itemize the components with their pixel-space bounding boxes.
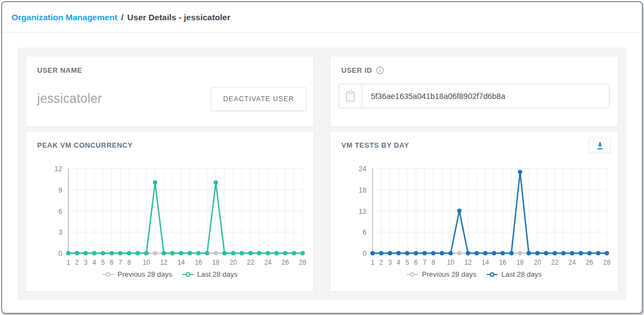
svg-text:1: 1 (67, 259, 70, 266)
legend-marker-icon (406, 272, 418, 277)
legend-marker-icon (102, 272, 114, 277)
svg-text:14: 14 (178, 259, 185, 266)
legend-label: Last 28 days (197, 270, 238, 278)
user-id-card: USER ID (330, 56, 618, 127)
vm-tests-by-day-title: VM TESTS BY DAY (341, 141, 409, 149)
user-name-card: USER NAME jessicatoler DEACTIVATE USER (26, 56, 314, 127)
svg-text:6: 6 (110, 259, 114, 266)
svg-text:7: 7 (423, 259, 427, 266)
svg-text:12: 12 (464, 259, 472, 266)
download-chart-button[interactable] (589, 138, 611, 153)
user-id-input[interactable] (362, 84, 609, 108)
svg-text:24: 24 (569, 259, 576, 266)
svg-text:2: 2 (75, 259, 79, 266)
svg-text:12: 12 (55, 165, 62, 173)
svg-text:7: 7 (119, 259, 122, 266)
download-icon (596, 142, 604, 150)
vm-tests-by-day-chart: 061218241234567810121416182022242628 (330, 160, 616, 269)
clipboard-icon (345, 90, 356, 102)
legend-item: Previous 28 days (102, 270, 172, 278)
svg-text:14: 14 (482, 259, 489, 266)
svg-text:6: 6 (363, 228, 367, 236)
page-title: User Details - jessicatoler (127, 13, 231, 22)
svg-text:8: 8 (127, 259, 131, 266)
user-id-label: USER ID (341, 66, 384, 74)
svg-text:8: 8 (432, 259, 435, 266)
legend-label: Previous 28 days (422, 270, 476, 278)
breadcrumb: Organization Management / User Details -… (2, 2, 642, 33)
svg-text:18: 18 (359, 186, 367, 194)
svg-text:4: 4 (92, 259, 96, 266)
svg-text:20: 20 (229, 259, 237, 266)
svg-text:12: 12 (359, 207, 367, 215)
legend-label: Last 28 days (501, 270, 542, 278)
svg-text:10: 10 (447, 259, 454, 266)
svg-text:18: 18 (212, 259, 220, 266)
info-icon[interactable] (376, 66, 384, 74)
svg-text:22: 22 (247, 259, 255, 266)
svg-text:3: 3 (388, 259, 392, 266)
vm-tests-by-day-card: VM TESTS BY DAY 061218241234567810121416… (330, 131, 618, 292)
legend-marker-icon (486, 272, 498, 277)
svg-text:3: 3 (58, 228, 62, 236)
breadcrumb-separator: / (117, 13, 127, 22)
peak-vm-concurrency-chart: 0369121234567810121416182022242628 (26, 160, 312, 269)
peak-vm-concurrency-card: PEAK VM CONCURRENCY 03691212345678101214… (26, 131, 314, 292)
svg-text:0: 0 (363, 249, 367, 258)
svg-text:6: 6 (58, 207, 62, 215)
svg-text:24: 24 (264, 259, 272, 266)
deactivate-user-button[interactable]: DEACTIVATE USER (211, 87, 306, 111)
svg-text:2: 2 (380, 259, 383, 266)
app-window: Organization Management / User Details -… (1, 1, 643, 314)
svg-text:3: 3 (84, 259, 87, 266)
vm-tests-by-day-legend: Previous 28 daysLast 28 days (330, 270, 618, 278)
svg-text:24: 24 (359, 165, 367, 173)
svg-text:28: 28 (603, 259, 611, 266)
svg-text:4: 4 (397, 259, 400, 266)
svg-text:16: 16 (499, 259, 507, 266)
svg-text:18: 18 (516, 259, 524, 266)
svg-text:16: 16 (195, 259, 203, 266)
svg-text:5: 5 (101, 259, 105, 266)
legend-label: Previous 28 days (117, 270, 172, 278)
copy-to-clipboard-button[interactable] (339, 84, 362, 108)
user-name-value: jessicatoler (37, 91, 102, 106)
breadcrumb-link[interactable]: Organization Management (11, 13, 117, 22)
svg-text:28: 28 (299, 259, 306, 266)
legend-item: Last 28 days (182, 270, 238, 278)
peak-vm-concurrency-legend: Previous 28 daysLast 28 days (26, 270, 314, 278)
svg-text:1: 1 (371, 259, 375, 266)
svg-text:22: 22 (551, 259, 559, 266)
svg-text:26: 26 (586, 259, 594, 266)
svg-text:6: 6 (414, 259, 418, 266)
svg-text:26: 26 (282, 259, 289, 266)
svg-text:10: 10 (143, 259, 150, 266)
user-name-label: USER NAME (37, 66, 82, 74)
legend-item: Previous 28 days (406, 270, 476, 278)
svg-text:9: 9 (58, 186, 62, 194)
svg-text:20: 20 (534, 259, 541, 266)
legend-marker-icon (182, 272, 194, 277)
user-id-field (339, 84, 610, 108)
legend-item: Last 28 days (486, 270, 542, 278)
peak-vm-concurrency-title: PEAK VM CONCURRENCY (37, 141, 133, 149)
svg-text:12: 12 (160, 259, 168, 266)
svg-text:5: 5 (405, 259, 409, 266)
content-panel: USER NAME jessicatoler DEACTIVATE USER U… (17, 48, 627, 300)
svg-text:0: 0 (58, 249, 62, 258)
user-id-label-text: USER ID (341, 66, 372, 74)
